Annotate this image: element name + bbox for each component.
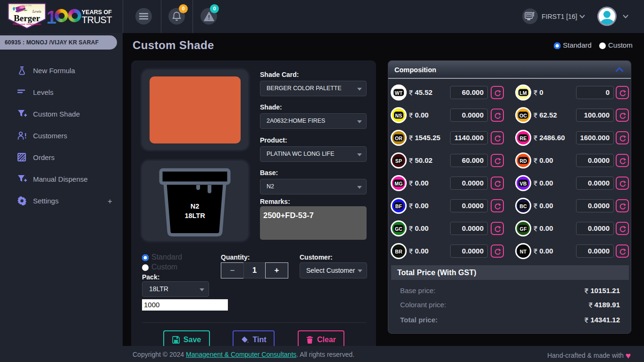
svg-text:Berger: Berger: [14, 13, 40, 23]
svg-text:Paint your imagination: Paint your imagination: [13, 23, 41, 25]
svg-text:18LTR: 18LTR: [184, 212, 205, 219]
svg-text:777: 777: [527, 14, 531, 17]
svg-text:N2: N2: [191, 202, 200, 210]
